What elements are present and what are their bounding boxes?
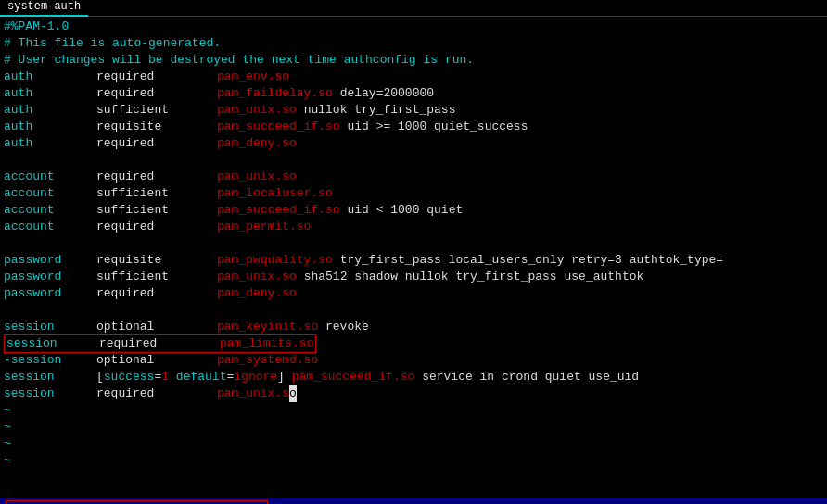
line-24: ~ — [4, 402, 823, 419]
line-1: #%PAM-1.0 — [4, 19, 823, 35]
filename-display: "/etc/pam.d/system-auth" 23L, 1031C — [6, 500, 268, 504]
tab-bar: system-auth — [0, 0, 827, 17]
line-5: authrequiredpam_faildelay.so delay=20000… — [4, 85, 823, 102]
tab-system-auth[interactable]: system-auth — [0, 0, 88, 17]
line-22: session[success=1 default=ignore] pam_su… — [4, 369, 823, 385]
line-9 — [4, 152, 823, 169]
line-20: sessionrequiredpam_limits.so — [4, 335, 823, 352]
line-11: accountsufficientpam_localuser.so — [4, 185, 823, 202]
line-14 — [4, 235, 823, 252]
line-27: ~ — [4, 452, 823, 469]
line-17: passwordrequiredpam_deny.so — [4, 285, 823, 302]
line-18 — [4, 302, 823, 319]
line-15: passwordrequisitepam_pwquality.so try_fi… — [4, 252, 823, 269]
line-19: sessionoptionalpam_keyinit.so revoke — [4, 319, 823, 335]
line-2: # This file is auto-generated. — [4, 35, 823, 52]
line-10: accountrequiredpam_unix.so — [4, 169, 823, 185]
line-23: sessionrequiredpam_unix.so — [4, 385, 823, 402]
line-21: -sessionoptionalpam_systemd.so — [4, 352, 823, 369]
line-8: authrequiredpam_deny.so — [4, 135, 823, 152]
line-25: ~ — [4, 419, 823, 435]
line-6: authsufficientpam_unix.so nullok try_fir… — [4, 102, 823, 119]
line-3: # User changes will be destroyed the nex… — [4, 52, 823, 69]
editor-area: #%PAM-1.0# This file is auto-generated.#… — [0, 17, 827, 498]
status-bar: "/etc/pam.d/system-auth" 23L, 1031C 23,3… — [0, 498, 827, 504]
line-16: passwordsufficientpam_unix.so sha512 sha… — [4, 269, 823, 285]
line-4: authrequiredpam_env.so — [4, 69, 823, 85]
line-12: accountsufficientpam_succeed_if.so uid <… — [4, 202, 823, 219]
line-13: accountrequiredpam_permit.so — [4, 219, 823, 235]
line-7: authrequisitepam_succeed_if.so uid >= 10… — [4, 119, 823, 135]
line-26: ~ — [4, 435, 823, 452]
